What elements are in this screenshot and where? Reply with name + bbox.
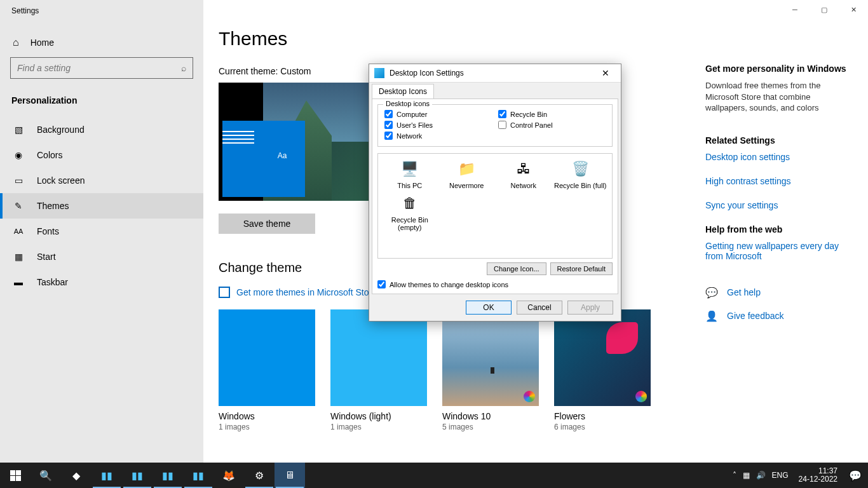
fieldset-legend: Desktop icons [383, 100, 432, 107]
icon-recycle-empty[interactable]: 🗑Recycle Bin (empty) [383, 193, 437, 231]
lock-icon: ▭ [13, 175, 24, 186]
chk-recycle-bin[interactable]: Recycle Bin [498, 110, 606, 118]
nav-themes[interactable]: ✎Themes [0, 193, 203, 219]
nav-taskbar[interactable]: ▬Taskbar [0, 269, 203, 295]
link-high-contrast[interactable]: High contrast settings [705, 176, 851, 186]
home-icon: ⌂ [13, 37, 19, 48]
taskbar-app-settings[interactable]: ⚙ [244, 463, 275, 488]
theme-card-windows[interactable]: Windows 1 images [219, 309, 315, 431]
icon-this-pc[interactable]: 🖥️This PC [383, 159, 437, 189]
link-wallpapers[interactable]: Getting new wallpapers every day from Mi… [705, 241, 851, 261]
apply-button[interactable]: Apply [567, 301, 613, 315]
tray-language[interactable]: ENG [772, 471, 789, 480]
icon-nevermore[interactable]: 📁Nevermore [440, 159, 494, 189]
theme-card-flowers[interactable]: Flowers 6 images [554, 309, 651, 431]
theme-thumb [554, 309, 651, 406]
tray-clock[interactable]: 11:37 24-12-2022 [794, 467, 843, 484]
theme-card-windows10[interactable]: Windows 10 5 images [442, 309, 539, 431]
dialog-icon [374, 68, 384, 78]
recycle-full-icon: 🗑️ [570, 159, 590, 179]
recycle-empty-icon: 🗑 [400, 193, 420, 214]
palette-icon: ◉ [13, 150, 24, 160]
rp-help-hdr: Help from the web [705, 224, 851, 234]
chat-icon: 💬 [705, 287, 718, 299]
link-desktop-icon-settings[interactable]: Desktop icon settings [705, 152, 851, 162]
ok-button[interactable]: OK [466, 301, 512, 315]
network-icon: 🖧 [513, 159, 534, 179]
tray-volume-icon[interactable]: 🔊 [756, 471, 766, 480]
search-icon: ⌕ [181, 63, 186, 73]
rp-more-personality-hdr: Get more personality in Windows [705, 64, 851, 74]
taskbar-app-firefox[interactable]: 🦊 [214, 463, 244, 488]
chk-computer[interactable]: Computer [384, 110, 492, 118]
search-button[interactable]: 🔍 [31, 463, 61, 488]
icon-recycle-full[interactable]: 🗑️Recycle Bin (full) [554, 159, 607, 189]
chk-allow-themes[interactable]: Allow themes to change desktop icons [377, 280, 613, 288]
taskbar-app-3[interactable]: ▮▮ [153, 463, 183, 488]
home-nav[interactable]: ⌂ Home [0, 28, 203, 57]
desktop-icon-settings-dialog: Desktop Icon Settings ✕ Desktop Icons De… [369, 64, 621, 322]
window-title: Settings [0, 0, 203, 28]
dialog-title: Desktop Icon Settings [390, 69, 595, 78]
theme-thumb [330, 309, 427, 406]
give-feedback-link[interactable]: 👤Give feedback [705, 310, 851, 322]
home-label: Home [31, 37, 54, 48]
taskbar-app-1[interactable]: ▮▮ [92, 463, 122, 488]
taskbar-icon: ▬ [13, 277, 24, 287]
monitor-icon: 🖥️ [400, 159, 420, 179]
rp-related-hdr: Related Settings [705, 135, 851, 146]
tray-chevron-icon[interactable]: ˄ [733, 471, 736, 480]
taskbar-app-display[interactable]: 🖥 [275, 463, 305, 488]
user-folder-icon: 📁 [456, 159, 477, 179]
person-icon: 👤 [705, 310, 718, 322]
theme-thumb [442, 309, 539, 406]
search-box[interactable]: ⌕ [10, 57, 193, 79]
link-sync-settings[interactable]: Sync your settings [705, 200, 851, 210]
theme-thumb [219, 309, 315, 406]
page-title: Themes [219, 28, 843, 50]
start-button[interactable] [0, 463, 31, 488]
picture-icon: ▧ [13, 125, 24, 135]
search-input[interactable] [17, 63, 181, 73]
tray-network-icon[interactable]: ▦ [743, 471, 750, 480]
nav-start[interactable]: ▦Start [0, 244, 203, 269]
brush-icon: ✎ [13, 201, 24, 211]
font-icon: A⁠A [13, 227, 24, 235]
maximize-button[interactable]: ▢ [810, 0, 839, 19]
section-header: Personalization [0, 93, 203, 117]
start-icon: ▦ [13, 252, 24, 262]
icon-preview-box: 🖥️This PC 📁Nevermore 🖧Network 🗑️Recycle … [377, 153, 613, 259]
nav-colors[interactable]: ◉Colors [0, 142, 203, 168]
close-button[interactable]: ✕ [839, 0, 868, 19]
theme-preview: Aa [219, 83, 369, 201]
nav-background[interactable]: ▧Background [0, 117, 203, 142]
icon-network[interactable]: 🖧Network [497, 159, 550, 189]
rp-more-personality-text: Download free themes from the Microsoft … [705, 80, 851, 114]
chk-users-files[interactable]: User's Files [384, 121, 492, 129]
restore-default-button[interactable]: Restore Default [550, 262, 613, 275]
tab-desktop-icons[interactable]: Desktop Icons [372, 84, 434, 98]
dialog-close-button[interactable]: ✕ [595, 68, 616, 78]
taskbar-app-steam[interactable]: ◆ [61, 463, 92, 488]
cancel-button[interactable]: Cancel [517, 301, 562, 315]
taskbar-app-4[interactable]: ▮▮ [183, 463, 214, 488]
font-preview: Aa [269, 146, 295, 165]
store-icon [219, 287, 230, 298]
tray-notifications-icon[interactable]: 💬 [843, 470, 868, 482]
chk-network[interactable]: Network [384, 132, 492, 140]
change-icon-button[interactable]: Change Icon... [487, 262, 546, 275]
nav-fonts[interactable]: A⁠AFonts [0, 219, 203, 244]
chk-control-panel[interactable]: Control Panel [498, 121, 606, 129]
taskbar-app-2[interactable]: ▮▮ [122, 463, 153, 488]
minimize-button[interactable]: ─ [780, 0, 810, 19]
taskbar: 🔍 ◆ ▮▮ ▮▮ ▮▮ ▮▮ 🦊 ⚙ 🖥 ˄ ▦ 🔊 ENG 11:37 24… [0, 463, 868, 488]
get-help-link[interactable]: 💬Get help [705, 287, 851, 299]
theme-card-windows-light[interactable]: Windows (light) 1 images [330, 309, 427, 431]
save-theme-button[interactable]: Save theme [219, 214, 315, 234]
nav-lockscreen[interactable]: ▭Lock screen [0, 168, 203, 193]
